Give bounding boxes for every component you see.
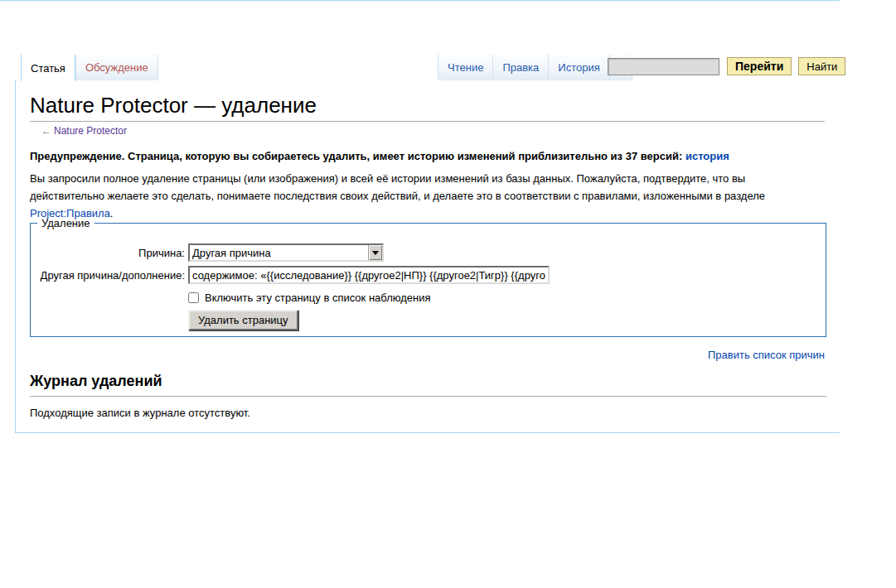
back-arrow-icon: ← (41, 125, 51, 137)
tab-discussion[interactable]: Обсуждение (75, 55, 158, 80)
reason-row: Причина: Другая причина (31, 243, 826, 262)
deletion-log-heading: Журнал удалений (30, 373, 826, 397)
content-left-border (15, 80, 16, 432)
other-reason-label: Другая причина/дополнение: (31, 269, 188, 282)
tab-history[interactable]: История (548, 55, 608, 80)
watchlist-row: Включить эту страницу в список наблюдени… (31, 292, 826, 304)
content-bottom-border (15, 432, 840, 433)
tab-article-label: Статья (31, 62, 65, 75)
tab-discussion-label: Обсуждение (85, 61, 148, 74)
warning-text: Предупреждение. Страница, которую вы соб… (30, 150, 685, 162)
edit-reasons-wrap: Править список причин (708, 349, 825, 361)
delete-form-legend: Удаление (37, 217, 94, 229)
tab-edit[interactable]: Правка (492, 55, 548, 80)
delete-page-button[interactable]: Удалить страницу (188, 310, 298, 330)
page-title: Nature Protector — удаление (30, 93, 317, 118)
edit-reasons-link[interactable]: Править список причин (708, 349, 825, 361)
redirect-subtitle: ←Nature Protector (41, 125, 127, 137)
delete-form: Удаление Причина: Другая причина Другая … (30, 217, 826, 337)
title-divider (30, 121, 825, 122)
other-reason-row: Другая причина/дополнение: (31, 266, 826, 284)
select-arrow-icon[interactable] (368, 245, 382, 260)
tab-article[interactable]: Статья (21, 55, 75, 81)
content-top-border (0, 0, 840, 1)
confirmation-text: Вы запросили полное удаление страницы (и… (30, 170, 817, 222)
namespace-tabs: Статья Обсуждение (21, 55, 158, 80)
tab-history-label: История (558, 61, 599, 74)
search-find-button[interactable]: Найти (798, 57, 845, 75)
submit-row: Удалить страницу (31, 310, 826, 330)
page: Статья Обсуждение Чтение Правка История … (0, 0, 896, 588)
tab-read[interactable]: Чтение (438, 55, 492, 80)
view-tabs: Чтение Правка История (438, 55, 632, 80)
reason-select[interactable]: Другая причина (188, 243, 384, 262)
reason-select-value: Другая причина (190, 247, 368, 259)
tab-read-label: Чтение (448, 61, 483, 74)
other-reason-input[interactable] (188, 266, 550, 284)
search-input[interactable] (608, 58, 719, 75)
revision-warning: Предупреждение. Страница, которую вы соб… (30, 150, 826, 162)
deletion-log-empty-text: Подходящие записи в журнале отсутствуют. (30, 407, 250, 419)
watchlist-label: Включить эту страницу в список наблюдени… (205, 292, 431, 304)
search-go-button[interactable]: Перейти (727, 57, 792, 75)
search-bar: Перейти Найти (608, 57, 845, 75)
tab-edit-label: Правка (502, 61, 539, 74)
reason-label: Причина: (31, 247, 188, 259)
watchlist-checkbox[interactable] (188, 292, 199, 303)
backlink[interactable]: Nature Protector (54, 125, 127, 137)
history-link[interactable]: история (685, 150, 729, 162)
intro-text: Вы запросили полное удаление страницы (и… (30, 172, 765, 202)
